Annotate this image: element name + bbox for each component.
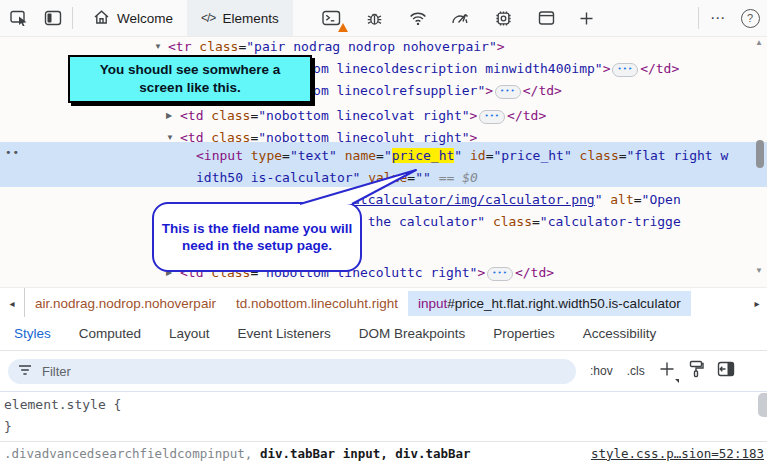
code-token: alt: [610, 192, 633, 207]
breadcrumb-back-button[interactable]: ◂: [0, 288, 25, 318]
breadcrumb-item[interactable]: input#price_ht.flat.right.width50.is-cal…: [408, 291, 691, 316]
more-options-button[interactable]: ⋯: [705, 5, 731, 31]
code-token: class: [211, 130, 250, 145]
performance-gauge-icon: [451, 11, 470, 26]
matched-rule-row: .divadvancedsearchfieldcompinput, div.ta…: [0, 441, 767, 463]
annotation-1-line-2: screen like this.: [139, 79, 240, 97]
code-line[interactable]: n the calculator" class="calculator-trig…: [352, 213, 681, 231]
panel-tab-event-listeners[interactable]: Event Listeners: [238, 326, 331, 341]
breadcrumb-segment: air.nodrag.nodrop.nohoverpair: [35, 296, 216, 311]
filter-icon: [18, 362, 32, 380]
performance-button[interactable]: [448, 5, 474, 31]
breadcrumb-item[interactable]: air.nodrag.nodrop.nohoverpair: [25, 291, 226, 316]
style-filter-input[interactable]: [40, 363, 544, 380]
rendering-emulation-button[interactable]: [688, 360, 704, 382]
panel-tab-layout[interactable]: Layout: [169, 326, 210, 341]
code-token: </td>: [507, 108, 546, 123]
node-gutter-dots: ••: [5, 146, 20, 159]
toggle-element-classes-button[interactable]: .cls: [627, 364, 645, 378]
home-icon: [93, 9, 110, 28]
code-token: price_ht: [392, 148, 455, 163]
breadcrumb-forward-button[interactable]: ▸: [747, 288, 767, 318]
inline-style-rule-close: }: [4, 419, 12, 434]
style-filter-field[interactable]: [8, 359, 576, 384]
code-token: <td: [180, 130, 211, 145]
network-button[interactable]: [405, 5, 431, 31]
storage-box-icon: [538, 10, 555, 26]
code-brackets-icon: </>: [201, 11, 215, 25]
panel-tab-properties[interactable]: Properties: [493, 326, 555, 341]
code-token: =: [532, 214, 540, 229]
panel-tab-dom-breakpoints[interactable]: DOM Breakpoints: [359, 326, 466, 341]
stylesheet-source-link[interactable]: style.css.p…sion=52:183: [591, 446, 764, 461]
inline-expand-ellipsis[interactable]: •••: [487, 267, 513, 281]
console-button[interactable]: [319, 5, 345, 31]
new-style-rule-button[interactable]: [659, 361, 675, 381]
inline-expand-ellipsis[interactable]: •••: [495, 85, 521, 99]
panel-tab-accessibility[interactable]: Accessibility: [583, 326, 657, 341]
plus-icon: [659, 363, 675, 380]
code-line[interactable]: <tr class="pair nodrag nodrop nohoverpai…: [168, 38, 505, 56]
tab-elements[interactable]: </> Elements: [187, 0, 293, 36]
device-emulation-button[interactable]: [40, 5, 66, 31]
rules-scrollbar-thumb[interactable]: [758, 393, 767, 417]
toggle-element-state-button[interactable]: :hov: [590, 364, 613, 378]
breadcrumb: ◂ air.nodrag.nodrop.nohoverpairtd.nobott…: [0, 287, 767, 318]
code-token: "flat right w: [627, 148, 729, 163]
panel-tab-computed[interactable]: Computed: [79, 326, 141, 341]
code-line[interactable]: <td class="nobottom linecolvat right">••…: [180, 107, 546, 125]
panel-tab-styles[interactable]: Styles: [14, 326, 51, 341]
inline-expand-ellipsis[interactable]: •••: [612, 63, 638, 77]
code-token: <tr: [168, 39, 199, 54]
help-button[interactable]: ?: [737, 5, 763, 31]
plus-icon: [579, 11, 594, 26]
scrollbar-thumb[interactable]: [756, 140, 764, 168]
style-rules-pane[interactable]: element.style { }: [0, 391, 767, 441]
code-line[interactable]: <td class="nobottom linecoluht right">: [180, 129, 477, 147]
code-token: name: [345, 148, 376, 163]
code-token: [462, 148, 470, 163]
memory-button[interactable]: [491, 5, 517, 31]
bug-icon: [366, 10, 383, 27]
annotation-callout-2: This is the field name you will need in …: [152, 202, 362, 272]
add-panel-button[interactable]: [574, 5, 600, 31]
annotation-2-text: This is the field name you will need in …: [160, 220, 354, 255]
code-token: >: [477, 265, 485, 280]
code-line[interactable]: <input type="text" name="price_ht" id="p…: [196, 147, 728, 165]
application-button[interactable]: [534, 5, 560, 31]
code-token: "nobottom linecolvat right": [258, 108, 469, 123]
breadcrumb-item[interactable]: td.nobottom.linecoluht.right: [226, 291, 408, 316]
tree-expand-arrow[interactable]: ▶: [166, 111, 172, 120]
debugger-button[interactable]: [362, 5, 388, 31]
dock-sidebar-icon: [717, 361, 735, 381]
code-token: [337, 148, 345, 163]
code-token: ": [384, 148, 392, 163]
tab-elements-label: Elements: [222, 11, 278, 26]
scrollbar-up-arrow[interactable]: ▲: [752, 38, 766, 47]
code-token: $0: [462, 170, 478, 185]
rule-selector-unmatched[interactable]: .divadvancedsearchfieldcompinput,: [4, 446, 252, 461]
code-token: ==: [431, 170, 462, 185]
tab-welcome[interactable]: Welcome: [79, 0, 187, 36]
devtools-toolbar: Welcome </> Elements ⋯ ?: [0, 0, 767, 37]
rule-selector-matched[interactable]: div.tabBar input, div.tabBar: [252, 446, 470, 461]
annotation-callout-tail: [288, 164, 428, 206]
inspect-element-button[interactable]: [6, 5, 32, 31]
code-token: =: [282, 148, 290, 163]
code-token: "text": [290, 148, 337, 163]
inline-expand-ellipsis[interactable]: •••: [479, 110, 505, 124]
code-token: type: [251, 148, 282, 163]
inline-style-rule[interactable]: element.style {: [4, 397, 121, 412]
help-icon: ?: [741, 9, 760, 28]
styles-filter-row: :hov .cls: [0, 351, 767, 392]
code-token: ": [454, 148, 462, 163]
tree-expand-arrow[interactable]: ▼: [166, 133, 174, 142]
dock-sidebar-button[interactable]: [717, 361, 735, 381]
code-token: =: [634, 192, 642, 207]
tree-expand-arrow[interactable]: ▼: [154, 42, 162, 51]
code-token: class: [199, 39, 238, 54]
code-token: >: [497, 39, 505, 54]
code-token: >: [470, 130, 478, 145]
scrollbar-down-arrow[interactable]: ▼: [752, 266, 766, 275]
dropdown-corner-icon: [675, 379, 679, 383]
